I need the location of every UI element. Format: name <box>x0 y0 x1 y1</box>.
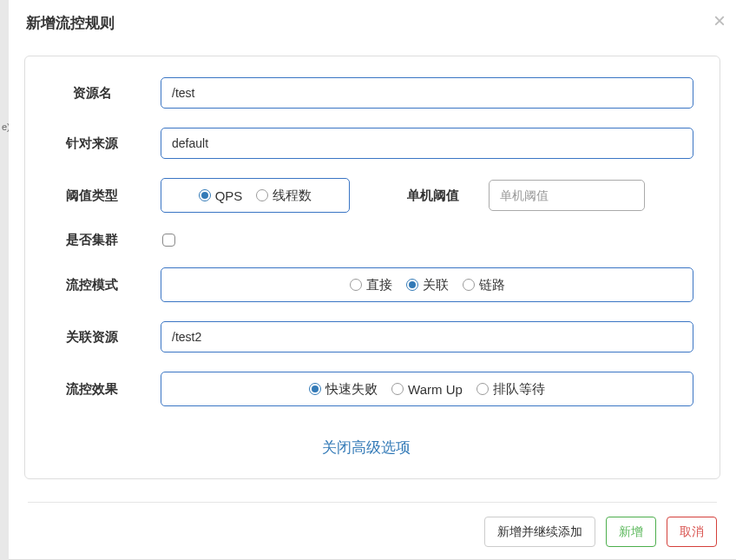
flow-effect-group: 快速失败 Warm Up 排队等待 <box>161 372 693 406</box>
radio-dot-icon <box>476 383 489 395</box>
radio-dot-icon <box>463 279 475 291</box>
close-advanced-link[interactable]: 关闭高级选项 <box>322 439 411 456</box>
advanced-link-row: 关闭高级选项 <box>39 438 693 458</box>
radio-effect-fastfail[interactable]: 快速失败 <box>309 381 378 398</box>
radio-effect-warmup-label: Warm Up <box>408 382 463 397</box>
radio-mode-direct-label: 直接 <box>366 277 392 293</box>
threshold-type-group: QPS 线程数 <box>161 178 350 213</box>
radio-dot-icon <box>309 383 321 395</box>
add-button[interactable]: 新增 <box>606 517 656 547</box>
flow-mode-group: 直接 关联 链路 <box>161 267 693 302</box>
radio-mode-chain-label: 链路 <box>479 277 505 293</box>
radio-dot-icon <box>350 279 362 291</box>
row-flow-effect: 流控效果 快速失败 Warm Up 排队等待 <box>39 372 693 406</box>
row-resource: 资源名 <box>39 77 693 109</box>
row-flow-mode: 流控模式 直接 关联 链路 <box>39 267 693 302</box>
label-cluster: 是否集群 <box>39 232 161 248</box>
radio-dot-icon <box>406 279 418 291</box>
add-flow-rule-dialog: 新增流控规则 × 资源名 针对来源 阈值类型 QPS <box>9 0 736 560</box>
radio-threads[interactable]: 线程数 <box>256 188 312 204</box>
label-threshold-type: 阈值类型 <box>39 188 161 204</box>
radio-qps-label: QPS <box>215 188 243 203</box>
cancel-button[interactable]: 取消 <box>667 517 717 547</box>
row-threshold-type: 阈值类型 QPS 线程数 单机阈值 <box>39 178 693 213</box>
form-card: 资源名 针对来源 阈值类型 QPS <box>24 56 720 479</box>
single-threshold-input[interactable] <box>489 180 645 211</box>
radio-effect-queue-label: 排队等待 <box>493 381 545 398</box>
dialog-title: 新增流控规则 <box>26 13 719 33</box>
radio-qps[interactable]: QPS <box>199 188 243 203</box>
label-single-threshold: 单机阈值 <box>358 188 480 204</box>
radio-dot-icon <box>391 383 404 395</box>
radio-mode-related-label: 关联 <box>423 277 449 293</box>
label-flow-mode: 流控模式 <box>39 277 161 293</box>
label-resource: 资源名 <box>39 85 161 102</box>
radio-mode-chain[interactable]: 链路 <box>463 277 505 293</box>
resource-input[interactable] <box>161 77 693 109</box>
radio-effect-warmup[interactable]: Warm Up <box>391 382 463 397</box>
source-input[interactable] <box>161 128 693 159</box>
label-flow-effect: 流控效果 <box>39 381 161 398</box>
close-icon[interactable]: × <box>713 9 726 33</box>
radio-mode-related[interactable]: 关联 <box>406 277 449 293</box>
label-related-resource: 关联资源 <box>39 329 161 346</box>
radio-effect-fastfail-label: 快速失败 <box>325 381 378 398</box>
dialog-footer: 新增并继续添加 新增 取消 <box>28 502 717 547</box>
radio-effect-queue[interactable]: 排队等待 <box>476 381 545 398</box>
related-resource-input[interactable] <box>161 321 693 352</box>
row-related-resource: 关联资源 <box>39 321 693 352</box>
add-continue-button[interactable]: 新增并继续添加 <box>484 517 595 547</box>
row-source: 针对来源 <box>39 128 693 159</box>
radio-threads-label: 线程数 <box>273 188 312 204</box>
dialog-header: 新增流控规则 × <box>9 0 736 43</box>
radio-dot-icon <box>256 189 268 201</box>
cluster-checkbox[interactable] <box>162 234 175 247</box>
radio-dot-icon <box>199 189 211 201</box>
radio-mode-direct[interactable]: 直接 <box>350 277 392 293</box>
row-cluster: 是否集群 <box>39 232 693 248</box>
label-source: 针对来源 <box>39 135 161 152</box>
